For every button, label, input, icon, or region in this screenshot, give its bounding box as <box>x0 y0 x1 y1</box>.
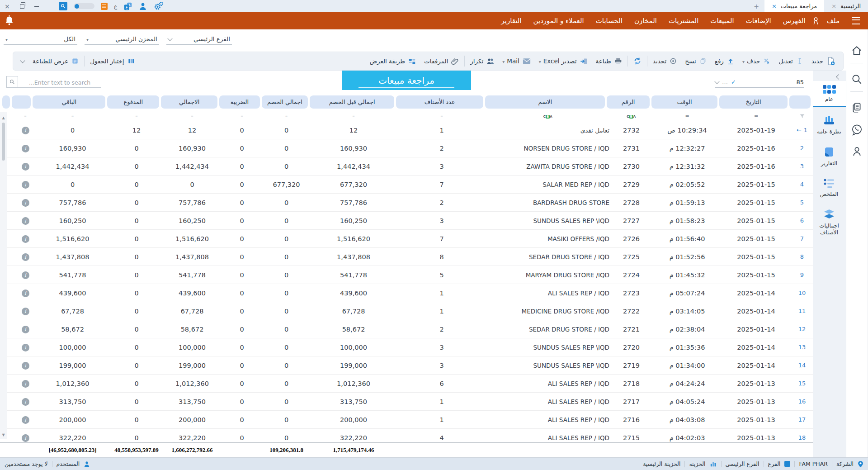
caret-down-icon[interactable] <box>742 57 745 65</box>
vertical-scrollbar[interactable] <box>0 112 7 439</box>
filter-dash-icon[interactable] <box>163 113 221 119</box>
search-box[interactable]: Enter text to search... <box>6 76 101 88</box>
menu-addons[interactable]: الإضافات <box>740 17 777 25</box>
filter-dash-icon[interactable] <box>15 113 35 119</box>
window-restore-icon[interactable] <box>20 4 24 9</box>
menu-clients-suppliers[interactable]: العملاء و الموردين <box>528 17 590 25</box>
export-excel-button[interactable]: تصدير Excel <box>535 54 592 68</box>
ellipsis-icon[interactable] <box>722 79 728 85</box>
row-number[interactable]: 11 <box>791 308 813 314</box>
filter-dash-icon[interactable] <box>310 113 397 119</box>
info-icon[interactable] <box>22 271 29 279</box>
edit-button[interactable]: تعديل <box>774 54 807 68</box>
chevron-down-icon[interactable] <box>714 79 719 84</box>
upload-button[interactable]: رفع <box>711 54 738 68</box>
menu-file[interactable]: ملف <box>821 17 845 25</box>
menu-warehouses[interactable]: المخازن <box>628 17 663 25</box>
row-number[interactable]: 6 <box>791 217 813 224</box>
row-number[interactable]: 14 <box>791 362 813 369</box>
row-number[interactable]: 7 <box>791 235 813 242</box>
warehouse-dropdown[interactable]: المخزن الرئيسي <box>85 35 159 45</box>
row-number[interactable]: 15 <box>791 380 813 387</box>
view-tab-summary[interactable]: الملخص <box>812 174 846 201</box>
table-row[interactable]: 15 2025-01-13 04:24:24 م 2718 ALI SALES … <box>7 375 813 393</box>
select-button[interactable]: تحديد <box>649 54 681 68</box>
table-row[interactable]: 14 2025-01-14 01:34:00 م 2719 SUNDUS SAL… <box>7 356 813 375</box>
search-input[interactable]: Enter text to search... <box>18 77 101 88</box>
filter-dash-icon[interactable] <box>263 113 310 119</box>
info-icon[interactable] <box>22 398 29 406</box>
filter-equals-icon[interactable] <box>653 113 721 119</box>
row-number[interactable]: 5 <box>791 199 813 206</box>
menu-sales[interactable]: المبيعات <box>704 17 740 25</box>
scrollbar-thumb[interactable] <box>2 123 5 161</box>
table-row[interactable]: 13 2025-01-14 01:35:36 م 2720 SUNDUS SAL… <box>7 338 813 356</box>
check-icon[interactable] <box>731 79 736 85</box>
view-tab-general[interactable]: عام <box>812 81 846 107</box>
info-icon[interactable] <box>22 199 29 207</box>
info-icon[interactable] <box>22 416 29 424</box>
view-tab-overview[interactable]: نظرة عامة <box>812 110 846 138</box>
info-icon[interactable] <box>22 235 29 243</box>
scope-dropdown[interactable]: الكل <box>4 35 77 45</box>
notes-icon[interactable] <box>101 3 108 10</box>
info-icon[interactable] <box>22 326 29 333</box>
info-icon[interactable] <box>22 217 29 225</box>
home-icon[interactable] <box>846 45 868 57</box>
menu-accounts[interactable]: الحسابات <box>590 17 628 25</box>
theme-toggle[interactable] <box>74 3 94 9</box>
window-minimize-icon[interactable] <box>34 6 39 7</box>
info-icon[interactable] <box>22 163 29 171</box>
hamburger-icon[interactable] <box>852 17 860 24</box>
header-date[interactable]: التاريخ <box>719 95 788 109</box>
table-row[interactable]: 12 2025-01-14 02:38:04 م 2721 SEDAR DRUG… <box>7 320 813 338</box>
whatsapp-icon[interactable] <box>846 123 868 136</box>
refresh-button[interactable] <box>629 54 646 68</box>
search-icon[interactable] <box>6 76 18 88</box>
header-tax[interactable]: الضريبة <box>219 95 260 109</box>
info-icon[interactable] <box>22 434 29 442</box>
tab-close-icon[interactable] <box>831 3 836 9</box>
header-paid[interactable]: المدفوع <box>107 95 159 109</box>
person-outline-icon[interactable] <box>846 146 868 157</box>
branch-dropdown[interactable]: الفرع الرئيسي <box>166 35 232 45</box>
notifications-bell-icon[interactable] <box>5 15 14 26</box>
info-icon[interactable] <box>22 290 29 297</box>
row-number[interactable]: 18 <box>791 434 813 441</box>
rail-search-icon[interactable] <box>846 73 868 85</box>
tab-home[interactable]: الرئيسية <box>824 0 868 12</box>
menu-purchases[interactable]: المشتريات <box>663 17 704 25</box>
row-number[interactable]: 12 <box>791 326 813 332</box>
choose-fields-button[interactable]: إختيار الحقول <box>86 54 138 68</box>
print-view-button[interactable]: عرض للطباعة <box>28 54 83 68</box>
info-icon[interactable] <box>22 308 29 315</box>
table-row[interactable]: 9 2025-01-15 01:45:32 م 2724 MARYAM DRUG… <box>7 266 813 284</box>
table-row[interactable]: 6 2025-01-15 01:58:23 م 2727 SUNDUS SALE… <box>7 212 813 230</box>
menu-reports[interactable]: التقارير <box>495 17 527 25</box>
translate-icon[interactable]: Aع <box>123 2 132 11</box>
user-icon[interactable] <box>139 2 147 10</box>
table-row[interactable]: 2 2025-01-16 12:32:27 م 2731 NORSEN DRUG… <box>7 139 813 157</box>
header-items-count[interactable]: عدد الأصناف <box>396 95 483 109</box>
row-number[interactable]: 4 <box>791 181 813 188</box>
row-number[interactable]: 9 <box>791 271 813 278</box>
filter-funnel-icon[interactable] <box>791 113 813 119</box>
filter-abc-icon[interactable]: ABC <box>486 113 609 119</box>
filter-dash-icon[interactable] <box>110 113 163 119</box>
tab-close-icon[interactable] <box>772 3 777 9</box>
row-number[interactable]: 1 <box>791 127 813 133</box>
header-name[interactable]: الاسم <box>485 95 605 109</box>
scroll-down-icon[interactable] <box>2 429 5 438</box>
row-number[interactable]: 13 <box>791 344 813 351</box>
header-remaining[interactable]: الباقي <box>33 95 105 109</box>
table-row[interactable]: 17 2025-01-13 04:03:08 م 2716 ALI SALES … <box>7 411 813 429</box>
record-navigator[interactable]: 85 <box>715 79 804 88</box>
new-button[interactable]: جديد <box>807 54 840 68</box>
view-tab-reports[interactable]: التقارير <box>812 142 846 170</box>
mail-button[interactable]: Mail <box>498 54 534 68</box>
info-icon[interactable] <box>22 344 29 351</box>
copy-documents-icon[interactable] <box>846 102 868 114</box>
table-row[interactable]: 5 2025-01-15 01:59:13 م 2728 BARDRASH DR… <box>7 194 813 212</box>
filter-dash-icon[interactable] <box>221 113 263 119</box>
table-row[interactable]: 7 2025-01-15 01:56:40 م 2726 MASIKI OFFE… <box>7 230 813 248</box>
